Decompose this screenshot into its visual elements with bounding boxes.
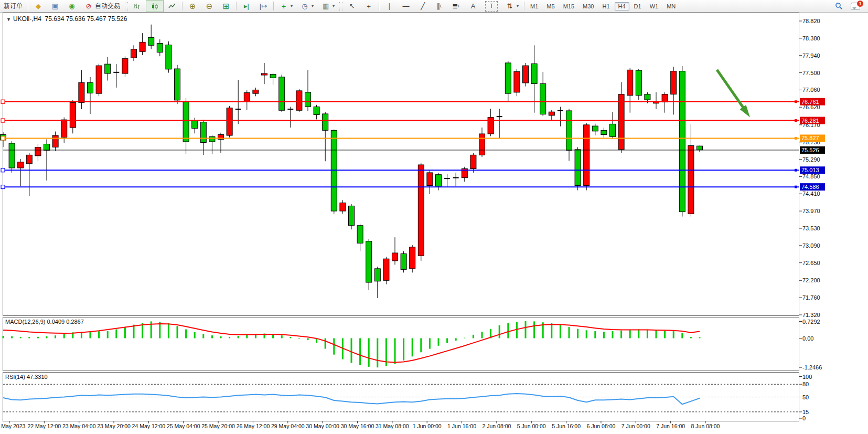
svg-text:0.7292: 0.7292 — [802, 319, 820, 325]
svg-text:74.586: 74.586 — [801, 184, 819, 190]
svg-text:29 May 04:00: 29 May 04:00 — [271, 423, 305, 429]
dropdown-arrow-icon: ▾ — [517, 4, 519, 8]
svg-text:75.827: 75.827 — [801, 135, 819, 141]
svg-text:1 Jun 00:00: 1 Jun 00:00 — [413, 423, 442, 429]
svg-text:77.060: 77.060 — [802, 87, 820, 93]
svg-text:75.290: 75.290 — [802, 156, 820, 163]
periods-button[interactable]: ◷▾ — [296, 1, 317, 12]
dropdown-arrow-icon: ▾ — [291, 4, 293, 8]
add-indicator-button[interactable]: ＋▾ — [275, 1, 296, 12]
zoom-in-icon: ⊕ — [188, 2, 197, 11]
new-order-button[interactable]: 新订单 — [0, 1, 26, 12]
svg-text:77.500: 77.500 — [802, 70, 820, 76]
svg-text:30 May 00:00: 30 May 00:00 — [306, 423, 339, 429]
timeframe-m1[interactable]: M1 — [527, 2, 542, 10]
auto-scroll-button[interactable]: ▸| — [238, 1, 255, 12]
svg-text:73.530: 73.530 — [802, 225, 820, 231]
chart-canvas[interactable]: 78.82078.38077.94077.50077.06076.62076.1… — [0, 0, 868, 434]
svg-text:8 Jun 08:00: 8 Jun 08:00 — [691, 423, 720, 429]
cursor-tool-button[interactable]: ↖ — [344, 1, 360, 12]
svg-text:76.281: 76.281 — [801, 118, 819, 124]
timeframe-mn[interactable]: MN — [663, 2, 679, 10]
cursor-icon: ↖ — [347, 2, 357, 11]
market-watch-button[interactable]: ◆ — [30, 1, 47, 12]
chart-title: ▼UKOil-,H4 75.634 75.636 75.467 75.526 — [6, 15, 127, 23]
timeframe-h4[interactable]: H4 — [615, 2, 629, 10]
svg-text:24 May 12:00: 24 May 12:00 — [132, 423, 166, 429]
svg-text:78.380: 78.380 — [802, 35, 820, 41]
chart-shift-icon: |↦ — [259, 2, 268, 11]
hline-icon: — — [401, 2, 411, 11]
timeframe-d1[interactable]: D1 — [630, 2, 645, 10]
dropdown-arrow-icon: ▾ — [333, 4, 335, 8]
bar-chart-button[interactable] — [129, 1, 146, 12]
vline-tool-button[interactable]: ｜ — [381, 1, 398, 12]
trading-terminal-window: 新订单 ◆ ▣ ◉ ⊘ 自动交易 ⊕ ⊖ ⊞ ▸| |↦ ＋▾ ◷▾ ▦▾ ↖ … — [0, 0, 868, 434]
dropdown-arrow-icon: ▾ — [312, 4, 314, 8]
search-button[interactable] — [830, 1, 847, 12]
toolbar-grip — [339, 2, 342, 10]
svg-text:6 Jun 08:00: 6 Jun 08:00 — [587, 423, 616, 429]
toolbar-grip — [125, 2, 128, 10]
label-icon: T — [485, 1, 498, 12]
zoom-out-icon: ⊖ — [205, 2, 214, 11]
toolbar-separator — [28, 2, 28, 10]
svg-text:1 Jun 16:00: 1 Jun 16:00 — [447, 423, 476, 429]
svg-text:71.760: 71.760 — [802, 294, 820, 301]
notifications-button[interactable]: 1 — [847, 1, 864, 12]
svg-text:73.970: 73.970 — [802, 208, 820, 214]
svg-text:75.526: 75.526 — [801, 147, 819, 153]
timeframe-bar: M1M5M15M30H1H4D1W1MN — [526, 2, 680, 10]
candlestick-chart-button[interactable] — [146, 0, 164, 12]
timeframe-m15[interactable]: M15 — [560, 2, 578, 10]
label-tool-button[interactable]: T — [481, 1, 501, 12]
svg-text:23 May 04:00: 23 May 04:00 — [62, 423, 96, 429]
crosshair-tool-button[interactable]: ＋ — [360, 1, 377, 12]
line-chart-button[interactable] — [164, 1, 180, 12]
text-icon: A — [468, 2, 478, 11]
svg-text:7 Jun 00:00: 7 Jun 00:00 — [621, 423, 650, 429]
fibonacci-tool-button[interactable]: ≣F — [448, 1, 465, 12]
symbol-period-label: UKOil-,H4 — [13, 15, 41, 23]
shapes-tool-button[interactable]: ⇅▾ — [501, 1, 522, 12]
trendline-tool-button[interactable]: ╱ — [414, 1, 431, 12]
toolbar-separator — [182, 2, 183, 10]
svg-text:15: 15 — [802, 409, 809, 415]
zoom-in-button[interactable]: ⊕ — [184, 1, 201, 12]
auto-scroll-icon: ▸| — [242, 2, 251, 11]
svg-text:0: 0 — [802, 415, 806, 421]
macd-indicator-label: MACD(12,26,9) 0.0409 0.2867 — [5, 319, 84, 325]
collapse-triangle-icon[interactable]: ▼ — [6, 17, 11, 22]
periods-icon: ◷ — [300, 2, 309, 11]
ohlc-label: 75.634 75.636 75.467 75.526 — [45, 15, 127, 23]
toolbar-separator — [236, 2, 237, 10]
new-order-label: 新订单 — [4, 2, 23, 10]
svg-text:5 Jun 16:00: 5 Jun 16:00 — [552, 423, 581, 429]
zoom-out-button[interactable]: ⊖ — [201, 1, 218, 12]
tile-windows-button[interactable]: ⊞ — [218, 1, 234, 12]
svg-text:7 Jun 16:00: 7 Jun 16:00 — [656, 423, 685, 429]
template-button[interactable]: ▦▾ — [317, 1, 338, 12]
svg-text:31 May 08:00: 31 May 08:00 — [376, 423, 409, 429]
channel-tool-button[interactable]: ∥E — [431, 1, 448, 12]
signals-button[interactable]: ◉ — [63, 1, 80, 12]
hline-tool-button[interactable]: — — [398, 1, 414, 12]
timeframe-m30[interactable]: M30 — [579, 2, 597, 10]
toolbar-separator — [379, 2, 379, 10]
toolbar-separator — [524, 2, 524, 10]
market-watch-icon: ◆ — [34, 2, 43, 11]
autotrading-icon: ⊘ — [84, 2, 93, 11]
svg-text:19 May 2023: 19 May 2023 — [0, 423, 26, 429]
chart-shift-button[interactable]: |↦ — [255, 1, 272, 12]
chat-bubble-icon: 1 — [851, 3, 860, 10]
terminal-button[interactable]: ▣ — [47, 1, 63, 12]
timeframe-h1[interactable]: H1 — [598, 2, 613, 10]
timeframe-m5[interactable]: M5 — [543, 2, 558, 10]
autotrading-button[interactable]: ⊘ 自动交易 — [80, 1, 124, 12]
timeframe-w1[interactable]: W1 — [646, 2, 662, 10]
tile-windows-icon: ⊞ — [221, 2, 231, 11]
crosshair-icon: ＋ — [364, 2, 373, 11]
text-tool-button[interactable]: A — [465, 1, 481, 12]
svg-text:2 Jun 08:00: 2 Jun 08:00 — [482, 423, 511, 429]
vline-icon: ｜ — [384, 2, 394, 11]
